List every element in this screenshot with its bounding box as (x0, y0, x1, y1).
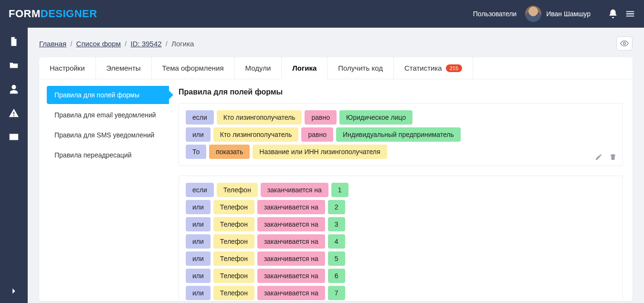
preview-button[interactable] (616, 36, 633, 51)
username[interactable]: Иван Шамшур (546, 10, 591, 18)
warning-icon[interactable] (9, 108, 19, 118)
rule-tag[interactable]: То (186, 145, 206, 159)
rule-tag[interactable]: заканчивается на (257, 286, 325, 300)
main: Главная / Список форм / ID: 39542 / Логи… (28, 28, 644, 303)
rule-line: еслиТелефонзаканчивается на1 (186, 183, 616, 197)
menu-icon[interactable] (625, 9, 635, 19)
rule-line: илиТелефонзаканчивается на4 (186, 234, 616, 249)
rule-block[interactable]: еслиКто лизингополучательравноЮридическо… (179, 103, 623, 166)
topbar: FORMDESIGNER Пользователи Иван Шамшур (0, 0, 644, 28)
rule-tag[interactable]: Телефон (213, 217, 254, 231)
card-icon[interactable] (9, 132, 19, 142)
rule-tag[interactable]: показать (209, 145, 250, 159)
card: НастройкиЭлементыТема оформленияМодулиЛо… (39, 57, 633, 301)
bell-icon[interactable] (608, 9, 618, 19)
rule-line: илиКто лизингополучательравноИндивидуаль… (186, 127, 616, 142)
chevron-right-icon[interactable] (9, 286, 19, 296)
rule-tag[interactable]: 7 (328, 286, 345, 300)
rule-tag[interactable]: Юридическое лицо (339, 110, 412, 125)
rule-tag[interactable]: или (186, 286, 211, 300)
page-title: Правила для полей формы (179, 88, 623, 96)
rule-tag[interactable]: Телефон (213, 286, 254, 300)
stats-badge: 215 (446, 64, 462, 72)
rule-tag[interactable]: 3 (328, 217, 345, 231)
sidebar-item-0[interactable]: Правила для полей формы (47, 86, 169, 104)
tab-1[interactable]: Элементы (96, 57, 152, 79)
crumb-list[interactable]: Список форм (76, 40, 121, 48)
file-icon[interactable] (9, 36, 19, 47)
rule-tag[interactable]: равно (301, 127, 333, 142)
tab-3[interactable]: Модули (235, 57, 282, 79)
rule-tag[interactable]: если (186, 183, 214, 197)
eye-icon (620, 39, 629, 48)
rule-line: ТопоказатьНазвание или ИНН лизингополуча… (186, 145, 616, 159)
rule-tag[interactable]: заканчивается на (257, 269, 325, 283)
crumb-home[interactable]: Главная (39, 40, 66, 48)
breadcrumb: Главная / Список форм / ID: 39542 / Логи… (39, 40, 194, 48)
user-icon[interactable] (9, 84, 19, 94)
tab-0[interactable]: Настройки (39, 57, 96, 79)
rule-tag[interactable]: 1 (331, 183, 348, 197)
rule-tag[interactable]: заканчивается на (257, 234, 325, 249)
rule-tag[interactable]: 4 (328, 234, 345, 249)
rule-tag[interactable]: или (186, 200, 211, 214)
sidemenu: Правила для полей формыПравила для email… (39, 79, 169, 301)
crumb-leaf: Логика (171, 40, 194, 48)
svg-point-0 (623, 42, 626, 45)
logo[interactable]: FORMDESIGNER (9, 8, 97, 20)
rule-tag[interactable]: 2 (328, 200, 345, 214)
rule-tag[interactable]: заканчивается на (257, 200, 325, 214)
rule-tag[interactable]: 5 (328, 251, 345, 266)
logo-part2: DESIGNER (41, 8, 97, 20)
rule-tag[interactable]: 6 (328, 269, 345, 283)
rule-line: еслиКто лизингополучательравноЮридическо… (186, 110, 616, 125)
rule-line: илиТелефонзаканчивается на3 (186, 217, 616, 231)
rule-tag[interactable]: заканчивается на (257, 251, 325, 266)
avatar[interactable] (525, 6, 541, 22)
rule-tag[interactable]: Название или ИНН лизингополучателя (253, 145, 387, 159)
users-link[interactable]: Пользователи (473, 10, 517, 18)
folder-icon[interactable] (9, 60, 19, 71)
rule-block[interactable]: еслиТелефонзаканчивается на1илиТелефонза… (179, 176, 623, 300)
rule-tag[interactable]: Телефон (213, 251, 254, 266)
tab-4[interactable]: Логика (282, 57, 327, 79)
left-rail (0, 28, 28, 303)
rule-line: илиТелефонзаканчивается на7 (186, 286, 616, 300)
rule-line: илиТелефонзаканчивается на2 (186, 200, 616, 214)
tab-2[interactable]: Тема оформления (152, 57, 235, 79)
tab-6[interactable]: Статистика215 (394, 57, 473, 79)
sidebar-item-2[interactable]: Правила для SMS уведомлений (47, 126, 169, 144)
rule-tag[interactable]: равно (305, 110, 337, 125)
rule-tag[interactable]: Телефон (213, 269, 254, 283)
rule-tag[interactable]: Телефон (217, 183, 258, 197)
content: Правила для полей формы еслиКто лизингоп… (169, 79, 633, 301)
rule-line: илиТелефонзаканчивается на5 (186, 251, 616, 266)
sidebar-item-3[interactable]: Правила переадресаций (47, 146, 169, 164)
rule-tag[interactable]: заканчивается на (257, 217, 325, 231)
rule-tag[interactable]: Телефон (213, 234, 254, 249)
rule-tag[interactable]: Кто лизингополучатель (213, 127, 299, 142)
rule-tag[interactable]: или (186, 234, 211, 249)
rule-tag[interactable]: Индивидуальный предприниматель (336, 127, 461, 142)
rule-tag[interactable]: Кто лизингополучатель (217, 110, 302, 125)
sidebar-item-1[interactable]: Правила для email уведомлений (47, 106, 169, 124)
rule-tag[interactable]: Телефон (213, 200, 254, 214)
rule-tag[interactable]: или (186, 269, 211, 283)
trash-icon[interactable] (609, 153, 617, 161)
crumb-id[interactable]: ID: 39542 (131, 40, 162, 48)
rule-tag[interactable]: если (186, 110, 214, 125)
rule-tag[interactable]: заканчивается на (261, 183, 328, 197)
rule-tag[interactable]: или (186, 217, 211, 231)
tabs: НастройкиЭлементыТема оформленияМодулиЛо… (39, 57, 633, 79)
logo-part1: FORM (9, 8, 41, 20)
tab-5[interactable]: Получить код (327, 57, 394, 79)
pencil-icon[interactable] (595, 153, 602, 161)
rule-tag[interactable]: или (186, 251, 211, 266)
rule-line: илиТелефонзаканчивается на6 (186, 269, 616, 283)
rule-tag[interactable]: или (186, 127, 211, 142)
